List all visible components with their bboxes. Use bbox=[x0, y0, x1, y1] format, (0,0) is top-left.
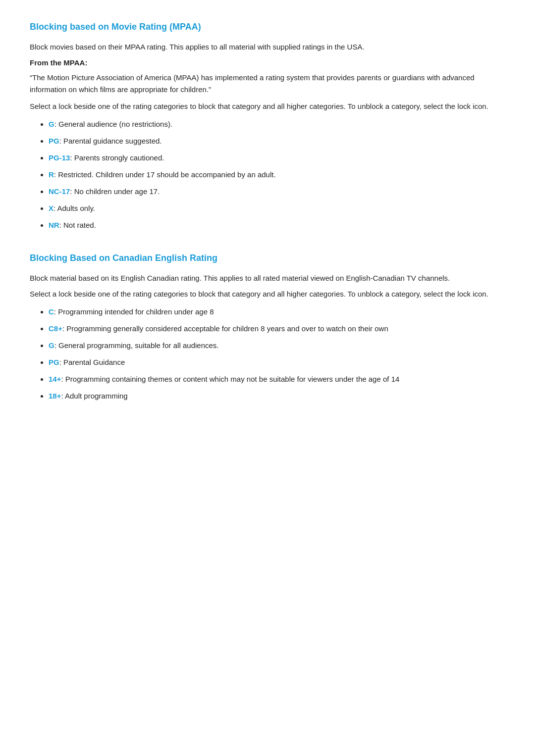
list-item: PG: Parental guidance suggested. bbox=[49, 135, 505, 147]
rating-code: G bbox=[49, 341, 54, 350]
list-item: G: General audience (no restrictions). bbox=[49, 118, 505, 130]
mpaa-intro: Block movies based on their MPAA rating.… bbox=[30, 41, 505, 53]
canadian-intro: Block material based on its English Cana… bbox=[30, 272, 505, 284]
rating-code: NR bbox=[49, 221, 59, 229]
canadian-section-title: Blocking Based on Canadian English Ratin… bbox=[30, 251, 505, 265]
mpaa-rating-list: G: General audience (no restrictions).PG… bbox=[30, 118, 505, 231]
mpaa-quote: “The Motion Picture Association of Ameri… bbox=[30, 72, 505, 96]
list-item: X: Adults only. bbox=[49, 202, 505, 214]
list-item: C8+: Programming generally considered ac… bbox=[49, 323, 505, 335]
rating-code: 18+ bbox=[49, 392, 61, 400]
rating-code: NC-17 bbox=[49, 187, 70, 196]
rating-code: C bbox=[49, 307, 54, 316]
list-item: NC-17: No children under age 17. bbox=[49, 186, 505, 198]
list-item: NR: Not rated. bbox=[49, 219, 505, 231]
from-mpaa-label: From the MPAA: bbox=[30, 57, 505, 69]
list-item: G: General programming, suitable for all… bbox=[49, 340, 505, 352]
canadian-select-text: Select a lock beside one of the rating c… bbox=[30, 288, 505, 300]
mpaa-section-title: Blocking based on Movie Rating (MPAA) bbox=[30, 20, 505, 34]
rating-code: PG-13 bbox=[49, 153, 70, 162]
list-item: R: Restricted. Children under 17 should … bbox=[49, 169, 505, 181]
canadian-rating-list: C: Programming intended for children und… bbox=[30, 306, 505, 402]
rating-code: 14+ bbox=[49, 375, 61, 383]
mpaa-section: Blocking based on Movie Rating (MPAA) Bl… bbox=[30, 20, 505, 231]
list-item: PG-13: Parents strongly cautioned. bbox=[49, 152, 505, 164]
rating-code: PG bbox=[49, 137, 59, 145]
list-item: 14+: Programming containing themes or co… bbox=[49, 373, 505, 385]
rating-code: G bbox=[49, 120, 54, 128]
rating-code: X bbox=[49, 204, 54, 212]
rating-code: R bbox=[49, 170, 54, 179]
list-item: PG: Parental Guidance bbox=[49, 356, 505, 368]
mpaa-select-text: Select a lock beside one of the rating c… bbox=[30, 101, 505, 112]
list-item: C: Programming intended for children und… bbox=[49, 306, 505, 318]
list-item: 18+: Adult programming bbox=[49, 390, 505, 402]
canadian-section: Blocking Based on Canadian English Ratin… bbox=[30, 251, 505, 402]
rating-code: PG bbox=[49, 358, 59, 366]
rating-code: C8+ bbox=[49, 324, 62, 333]
